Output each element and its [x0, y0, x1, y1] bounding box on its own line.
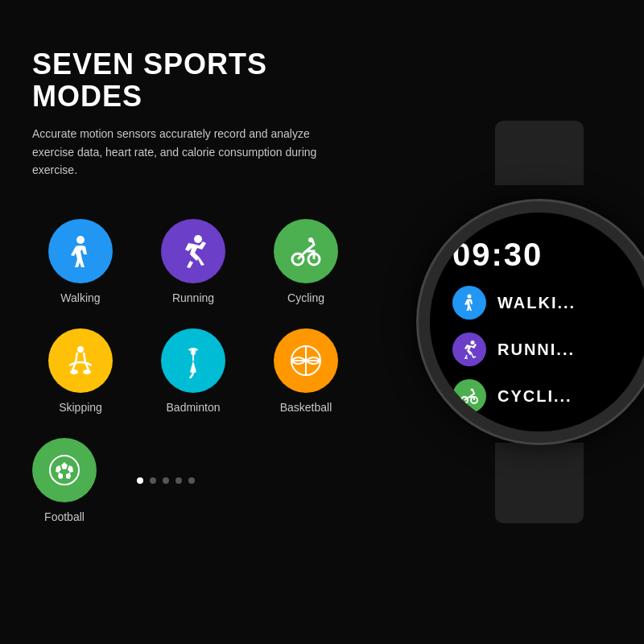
running-icon — [161, 219, 225, 283]
svg-point-7 — [83, 369, 91, 374]
page-subtitle: Accurate motion sensors accurately recor… — [32, 125, 322, 179]
svg-line-13 — [190, 374, 193, 378]
dot-4 — [175, 477, 182, 484]
smartwatch: 09:30 WALKI... — [402, 121, 644, 523]
svg-point-23 — [468, 295, 472, 299]
basketball-icon — [274, 328, 338, 393]
page-title: SEVEN SPORTS MODES — [32, 48, 370, 112]
watch-sport-cycling: CYCLI... — [452, 379, 631, 413]
sport-item-badminton: Badminton — [145, 328, 242, 414]
sport-item-cycling: Cycling — [258, 219, 354, 304]
football-icon — [32, 438, 97, 502]
svg-point-17 — [50, 456, 79, 485]
football-label: Football — [44, 510, 85, 523]
walking-icon — [48, 219, 113, 283]
basketball-label: Basketball — [280, 401, 332, 414]
walking-label: Walking — [60, 291, 100, 304]
svg-point-27 — [471, 389, 473, 391]
watch-time: 09:30 — [452, 237, 631, 273]
sport-item-running: Running — [145, 219, 242, 304]
svg-point-24 — [471, 341, 475, 345]
dot-2 — [150, 477, 156, 484]
watch-walking-icon — [452, 286, 486, 320]
bottom-row: Football — [32, 438, 370, 523]
dot-3 — [163, 477, 169, 484]
svg-point-0 — [76, 236, 85, 244]
svg-point-6 — [70, 369, 78, 374]
badminton-label: Badminton — [167, 401, 221, 414]
dot-1 — [137, 477, 143, 484]
badminton-icon — [161, 328, 225, 393]
watch-sport-walking: WALKI... — [452, 286, 631, 320]
watch-running-icon — [452, 332, 486, 366]
watch-cycling-label: CYCLI... — [497, 387, 572, 406]
svg-point-1 — [194, 235, 202, 243]
watch-sport-running: RUNNI... — [452, 332, 631, 366]
sports-grid: Walking Running — [32, 219, 370, 414]
cycling-icon — [274, 219, 338, 283]
sport-item-skipping: Skipping — [32, 328, 129, 414]
svg-point-5 — [77, 346, 84, 353]
pagination-dots — [137, 477, 195, 484]
watch-walking-label: WALKI... — [497, 294, 576, 312]
sport-item-basketball: Basketball — [258, 328, 354, 414]
skipping-icon — [48, 328, 113, 393]
sport-item-walking: Walking — [32, 219, 129, 304]
watch-running-label: RUNNI... — [497, 341, 575, 359]
content-panel: SEVEN SPORTS MODES Accurate motion senso… — [0, 0, 402, 644]
svg-point-4 — [308, 237, 313, 242]
cycling-label: Cycling — [287, 291, 324, 304]
watch-outer: 09:30 WALKI... — [402, 121, 644, 523]
watch-cycling-icon — [452, 379, 486, 413]
dot-5 — [188, 477, 195, 484]
skipping-label: Skipping — [59, 401, 102, 414]
running-label: Running — [172, 291, 214, 304]
sport-item-football: Football — [32, 438, 97, 523]
